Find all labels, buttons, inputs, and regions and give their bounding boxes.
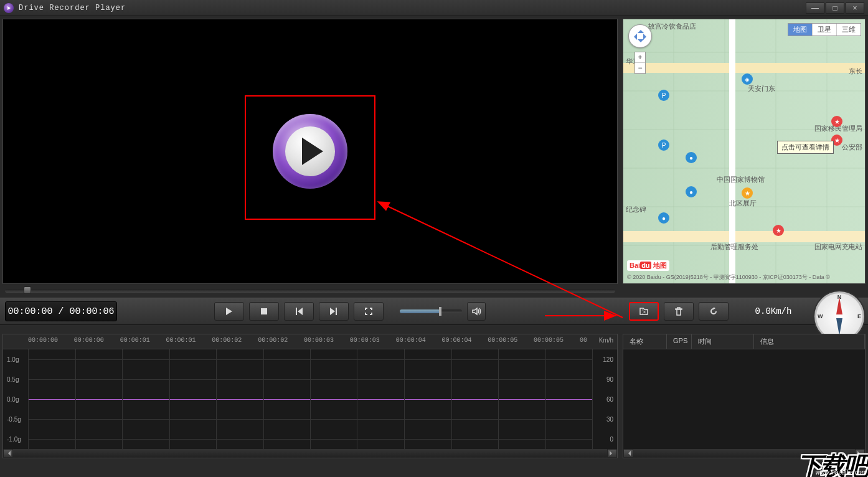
scroll-left-button[interactable] [3, 449, 13, 458]
poi-icon[interactable]: P [658, 90, 669, 101]
gsensor-chart: 00:00:00 00:00:00 00:00:01 00:00:01 00:0… [2, 334, 618, 458]
video-player[interactable] [2, 19, 618, 284]
seek-slider[interactable] [5, 289, 615, 293]
col-info[interactable]: 信息 [754, 334, 865, 349]
app-icon [4, 3, 14, 13]
col-gps[interactable]: GPS [667, 334, 692, 349]
playlist-header: 名称 GPS 时间 信息 [623, 334, 865, 349]
time-display: 00:00:00 / 00:00:06 [5, 301, 117, 321]
seek-thumb[interactable] [24, 286, 31, 294]
poi-icon[interactable]: ● [658, 212, 669, 224]
poi-icon[interactable]: ● [686, 152, 697, 163]
baidu-logo: Baidu 地图 [627, 260, 669, 271]
play-button[interactable] [214, 302, 244, 321]
map-label: 国家电网充电站 [814, 242, 862, 252]
map-type-3d[interactable]: 三维 [836, 24, 861, 35]
volume-icon[interactable] [467, 302, 486, 321]
map-copyright: © 2020 Baidu - GS(2019)5218号 - 甲测资字11009… [627, 273, 865, 281]
minimize-button[interactable]: — [806, 2, 824, 14]
map-panel[interactable]: 故宫冷饮食品店 东长 华东 天安门东 中国国家博物馆 北区展厅 纪念碑 后勤管理… [623, 19, 866, 284]
playlist-body[interactable] [623, 349, 865, 449]
col-time[interactable]: 时间 [692, 334, 754, 349]
close-button[interactable]: × [846, 2, 864, 14]
delete-button[interactable] [664, 302, 694, 321]
next-button[interactable] [319, 302, 349, 321]
speed-display: 0.0Km/h [745, 306, 802, 316]
scroll-left-button[interactable] [623, 449, 633, 458]
maximize-button[interactable]: □ [826, 2, 844, 14]
map-label: 公安部 [842, 143, 862, 152]
poi-icon[interactable]: ● [686, 186, 697, 197]
metro-icon[interactable]: ◈ [742, 73, 753, 85]
poi-icon[interactable]: ★ [773, 225, 784, 236]
col-name[interactable]: 名称 [623, 334, 667, 349]
poi-icon[interactable]: ★ [831, 116, 842, 127]
map-label: 纪念碑 [626, 205, 646, 214]
map-type-tabs: 地图 卫星 三维 [788, 23, 861, 36]
gsensor-scrollbar[interactable] [3, 449, 617, 458]
map-zoom-control[interactable]: + − [634, 52, 646, 74]
scroll-right-button[interactable] [607, 449, 617, 458]
stop-button[interactable] [249, 302, 279, 321]
open-file-button[interactable] [629, 302, 659, 321]
playlist-panel: 名称 GPS 时间 信息 [623, 334, 866, 458]
svg-rect-0 [261, 308, 267, 314]
app-title: Drive Recorder Player [19, 4, 126, 12]
titlebar: Drive Recorder Player — □ × [0, 0, 868, 16]
refresh-button[interactable] [699, 302, 729, 321]
zoom-in-button[interactable]: + [635, 52, 645, 63]
map-poi-label: 故宫冷饮食品店 [648, 22, 696, 31]
map-label: 北区展厅 [729, 199, 757, 208]
map-road-label: 东长 [849, 67, 862, 76]
prev-button[interactable] [284, 302, 314, 321]
watermark-url: www.xiazaiba.com [816, 469, 867, 476]
map-museum-label: 中国国家博物馆 [717, 175, 765, 184]
map-station-label: 天安门东 [748, 84, 775, 93]
map-tooltip: 点击可查看详情 [777, 141, 834, 154]
map-label: 后勤管理服务处 [710, 242, 758, 252]
map-pan-control[interactable] [628, 24, 652, 48]
control-bar: 00:00:00 / 00:00:06 0.0Km/h [0, 298, 868, 325]
map-type-map[interactable]: 地图 [788, 24, 812, 35]
poi-icon[interactable]: ★ [742, 187, 753, 199]
play-logo-icon [273, 114, 347, 189]
map-type-satellite[interactable]: 卫星 [812, 24, 836, 35]
fullscreen-button[interactable] [354, 302, 384, 321]
poi-icon[interactable]: P [658, 139, 669, 151]
gsensor-time-labels: 00:00:00 00:00:00 00:00:01 00:00:01 00:0… [28, 337, 587, 344]
gsensor-kmh-label: Km/h [599, 337, 613, 344]
zoom-out-button[interactable]: − [635, 63, 645, 73]
volume-slider[interactable] [400, 309, 462, 313]
